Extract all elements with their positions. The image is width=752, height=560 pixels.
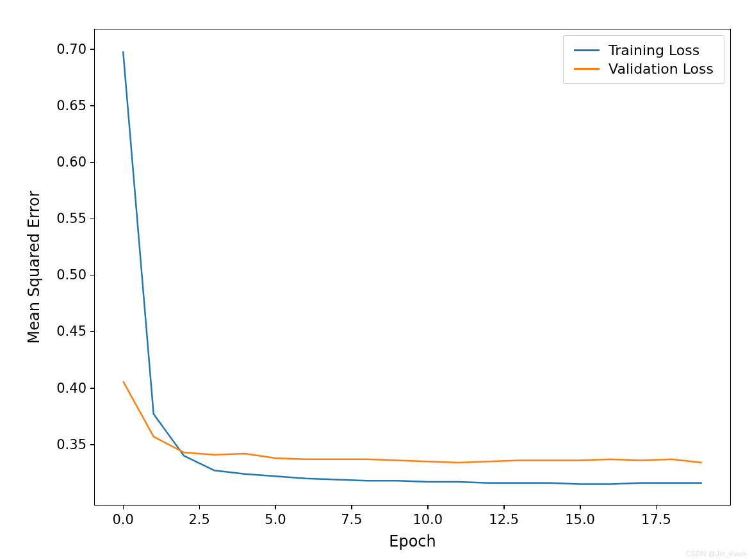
figure: Mean Squared Error Epoch 0.02.55.07.510.… bbox=[0, 0, 752, 560]
series-line bbox=[123, 381, 702, 463]
legend-entry: Training Loss bbox=[571, 41, 716, 60]
plot-lines bbox=[0, 0, 752, 560]
legend-entry: Validation Loss bbox=[571, 60, 716, 78]
legend-swatch bbox=[574, 49, 600, 51]
series-line bbox=[123, 51, 702, 484]
legend-swatch bbox=[574, 68, 600, 70]
legend-label: Validation Loss bbox=[609, 61, 714, 77]
legend: Training LossValidation Loss bbox=[563, 35, 724, 84]
watermark: CSDN @Jin_Kwok bbox=[686, 550, 747, 557]
legend-label: Training Loss bbox=[609, 42, 699, 58]
